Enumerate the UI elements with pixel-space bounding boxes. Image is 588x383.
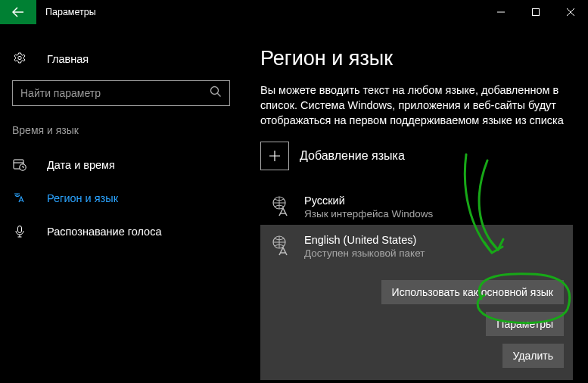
- sidebar-item-label: Регион и язык: [47, 192, 118, 204]
- gear-icon: [12, 52, 27, 66]
- page-title: Регион и язык: [260, 47, 573, 70]
- svg-rect-0: [533, 9, 540, 16]
- home-nav[interactable]: Главная: [0, 42, 242, 76]
- sidebar-item-label: Дата и время: [47, 159, 115, 171]
- close-button[interactable]: [553, 0, 588, 24]
- sidebar: Главная Время и язык Дата и время Регион…: [0, 24, 242, 383]
- sidebar-item-label: Распознавание голоса: [47, 226, 162, 238]
- language-icon: [12, 192, 27, 205]
- minimize-button[interactable]: [484, 0, 518, 24]
- maximize-icon: [532, 8, 540, 16]
- back-arrow-icon: [12, 6, 24, 18]
- home-label: Главная: [47, 53, 89, 65]
- language-item-english[interactable]: English (United States) Доступен языково…: [260, 225, 573, 380]
- back-button[interactable]: [0, 0, 36, 24]
- sidebar-item-date-time[interactable]: Дата и время: [0, 148, 242, 182]
- window-controls: [484, 0, 588, 24]
- search-input[interactable]: [20, 87, 210, 99]
- language-globe-icon: [269, 234, 295, 260]
- svg-point-1: [18, 56, 21, 59]
- maximize-button[interactable]: [518, 0, 553, 24]
- microphone-icon: [12, 225, 27, 238]
- language-status: Язык интерфейса Windows: [304, 208, 433, 220]
- set-default-button[interactable]: Использовать как основной язык: [381, 280, 564, 304]
- language-status: Доступен языковой пакет: [304, 248, 564, 259]
- add-language-label: Добавление языка: [300, 149, 405, 163]
- options-button[interactable]: Параметры: [486, 312, 564, 336]
- language-item-russian[interactable]: Русский Язык интерфейса Windows: [260, 190, 573, 225]
- language-name: English (United States): [304, 234, 564, 246]
- calendar-clock-icon: [12, 158, 27, 172]
- sidebar-item-speech[interactable]: Распознавание голоса: [0, 215, 242, 248]
- search-icon: [210, 86, 222, 101]
- svg-rect-5: [18, 226, 22, 233]
- remove-button[interactable]: Удалить: [502, 344, 564, 368]
- page-description: Вы можете вводить текст на любом языке, …: [260, 83, 573, 128]
- language-globe-icon: [269, 195, 295, 220]
- add-language-button[interactable]: Добавление языка: [260, 142, 573, 170]
- minimize-icon: [497, 8, 505, 16]
- main-content: Регион и язык Вы можете вводить текст на…: [242, 24, 588, 383]
- window-title: Параметры: [36, 7, 484, 17]
- search-field[interactable]: [12, 80, 230, 106]
- titlebar: Параметры: [0, 0, 588, 24]
- svg-point-2: [211, 87, 219, 95]
- plus-icon: [260, 142, 289, 170]
- sidebar-item-region-language[interactable]: Регион и язык: [0, 182, 242, 215]
- close-icon: [567, 8, 574, 16]
- language-name: Русский: [304, 195, 433, 207]
- category-heading: Время и язык: [0, 124, 242, 136]
